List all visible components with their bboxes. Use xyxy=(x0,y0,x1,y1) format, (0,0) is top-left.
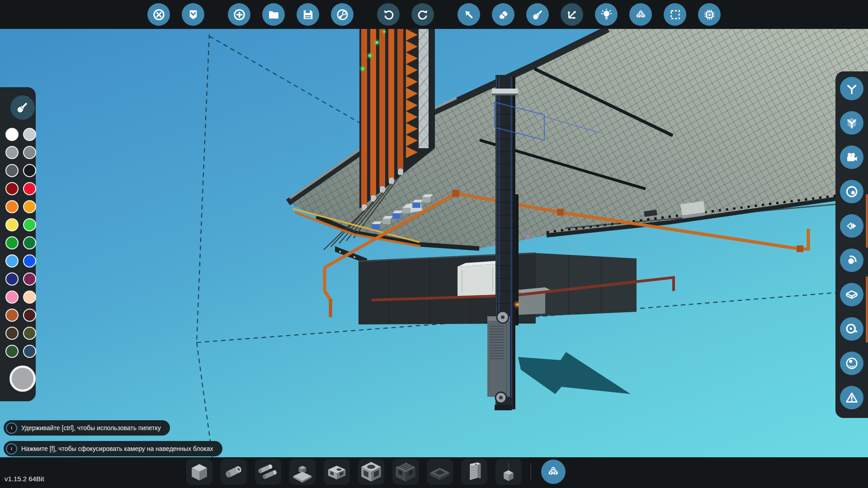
color-swatch-11-1[interactable] xyxy=(23,327,36,340)
color-swatch-8-1[interactable] xyxy=(23,272,36,286)
color-swatch-5-0[interactable] xyxy=(5,218,19,231)
color-swatch-1-0[interactable] xyxy=(5,146,19,159)
pyramid-block-icon xyxy=(289,459,316,485)
viewport-3d[interactable] xyxy=(0,0,868,488)
measure-tool-button[interactable] xyxy=(840,317,863,341)
axis-cube-view-button[interactable] xyxy=(840,111,863,135)
color-swatch-6-1[interactable] xyxy=(23,236,36,249)
select-tool-button[interactable] xyxy=(458,3,480,26)
color-swatch-0-1[interactable] xyxy=(23,128,36,141)
redo-icon xyxy=(416,8,430,22)
tooltip-eyedropper: Удерживайте [ctrl], чтобы использовать п… xyxy=(4,420,170,436)
color-swatch-7-1[interactable] xyxy=(23,254,36,267)
transform-tool-button[interactable] xyxy=(561,3,583,26)
info-icon xyxy=(9,446,14,452)
undo-icon xyxy=(382,8,396,22)
color-swatch-8-0[interactable] xyxy=(5,272,19,286)
block-rod-pair-slot[interactable] xyxy=(255,459,281,485)
scene-structure xyxy=(0,0,868,488)
info-icon xyxy=(9,425,14,431)
tape-measure-icon xyxy=(844,322,859,336)
floppy-icon xyxy=(301,8,315,22)
focus-view-button[interactable] xyxy=(840,180,863,203)
camera-mode-button[interactable] xyxy=(840,145,863,169)
marquee-icon xyxy=(668,8,682,22)
rotate-mode-button[interactable] xyxy=(840,249,863,272)
slab-view-button[interactable] xyxy=(840,283,863,306)
color-swatch-2-0[interactable] xyxy=(5,164,19,177)
color-swatch-4-0[interactable] xyxy=(5,200,19,213)
folder-icon xyxy=(267,8,281,22)
block-radiator-slot[interactable] xyxy=(461,459,487,485)
color-swatch-9-1[interactable] xyxy=(23,291,36,304)
color-swatch-10-1[interactable] xyxy=(23,309,36,322)
version-label: v1.15.2 64Bit xyxy=(5,475,44,483)
color-swatch-11-0[interactable] xyxy=(5,327,19,340)
block-vent-box-slot[interactable] xyxy=(324,459,350,485)
logic-tool-button[interactable] xyxy=(698,3,721,26)
close-button[interactable] xyxy=(147,3,170,26)
current-color-swatch[interactable] xyxy=(9,366,36,392)
color-swatch-12-1[interactable] xyxy=(23,345,36,358)
color-swatch-3-0[interactable] xyxy=(5,182,19,195)
color-swatch-10-0[interactable] xyxy=(5,309,19,322)
day-night-icon xyxy=(844,356,859,371)
light-tool-button[interactable] xyxy=(595,3,618,26)
color-swatch-9-0[interactable] xyxy=(5,291,19,304)
save-button[interactable] xyxy=(297,3,319,26)
block-antenna-slot[interactable] xyxy=(495,459,522,485)
cursor-icon xyxy=(462,8,476,22)
steam-icon xyxy=(335,8,349,22)
axis-view-button[interactable] xyxy=(840,77,863,100)
erase-tool-button[interactable] xyxy=(492,3,514,26)
block-cube-slot[interactable] xyxy=(186,459,212,485)
info-icon xyxy=(6,443,17,455)
paintbrush-icon xyxy=(15,100,30,115)
color-swatch-3-1[interactable] xyxy=(23,182,36,195)
eraser-icon xyxy=(496,8,510,22)
block-pipe-slot[interactable] xyxy=(221,459,247,485)
mirror-mode-button[interactable] xyxy=(840,214,863,238)
color-swatch-12-0[interactable] xyxy=(5,345,19,358)
warnings-button[interactable] xyxy=(840,386,863,409)
rotate-arrow-icon xyxy=(844,253,859,267)
plus-circle-icon xyxy=(232,8,246,22)
color-swatch-7-0[interactable] xyxy=(5,254,19,267)
cylinder-block-icon xyxy=(221,459,247,485)
paint-tool-button[interactable] xyxy=(526,3,549,26)
scroll-indicator xyxy=(866,277,868,343)
area-select-tool-button[interactable] xyxy=(664,3,686,26)
tooltip-text: Удерживайте [ctrl], чтобы использовать п… xyxy=(21,424,161,432)
tooltip-text: Нажмите [f], чтобы сфокусировать камеру … xyxy=(21,445,213,452)
hollowcube-block-icon xyxy=(358,459,384,485)
workshop-flag-icon xyxy=(186,8,200,22)
block-inventory-button[interactable] xyxy=(541,460,566,484)
redo-button[interactable] xyxy=(411,3,434,26)
block-grid-cube-slot[interactable] xyxy=(392,459,419,485)
close-circle-icon xyxy=(152,8,166,22)
environment-toggle-button[interactable] xyxy=(840,352,863,375)
video-camera-icon xyxy=(844,150,859,164)
color-swatch-2-1[interactable] xyxy=(23,164,36,177)
palette-paint-mode-button[interactable] xyxy=(10,95,35,120)
mirror-arrows-icon xyxy=(844,219,859,233)
steam-upload-button[interactable] xyxy=(331,3,354,26)
block-pyramid-mount-slot[interactable] xyxy=(289,459,316,485)
color-swatch-0-0[interactable] xyxy=(5,128,19,141)
color-swatch-4-1[interactable] xyxy=(23,200,36,213)
warning-triangle-icon xyxy=(844,390,859,405)
shadow-arrow xyxy=(518,352,631,394)
new-button[interactable] xyxy=(228,3,250,26)
block-recess-pad-slot[interactable] xyxy=(427,459,453,485)
undo-button[interactable] xyxy=(377,3,400,26)
blocks-tool-button[interactable] xyxy=(629,3,652,26)
antenna-block-icon xyxy=(495,459,522,485)
color-swatch-1-1[interactable] xyxy=(23,146,36,159)
cubes-icon xyxy=(634,8,648,22)
load-button[interactable] xyxy=(262,3,285,26)
block-hollow-cube-slot[interactable] xyxy=(358,459,384,485)
tooltip-focus-camera: Нажмите [f], чтобы сфокусировать камеру … xyxy=(4,441,222,456)
color-swatch-5-1[interactable] xyxy=(23,218,36,231)
color-swatch-6-0[interactable] xyxy=(5,236,19,249)
workshop-button[interactable] xyxy=(182,3,204,26)
